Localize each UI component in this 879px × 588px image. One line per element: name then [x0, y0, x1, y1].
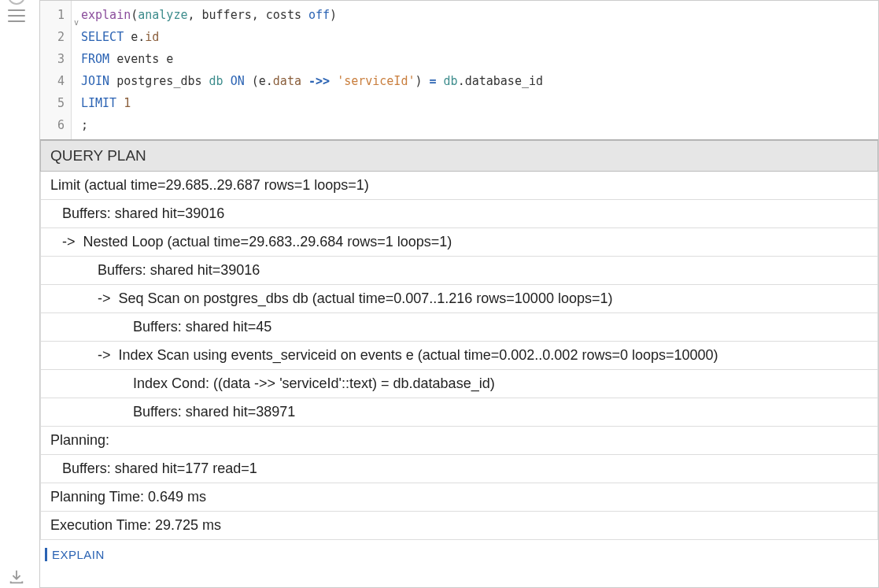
plan-cell: Buffers: shared hit=39016	[41, 200, 878, 228]
query-plan-table: QUERY PLAN Limit (actual time=29.685..29…	[40, 140, 878, 540]
line-number: 5	[40, 92, 65, 114]
left-gutter	[0, 0, 39, 588]
plan-cell: Buffers: shared hit=177 read=1	[41, 455, 878, 483]
column-header[interactable]: QUERY PLAN	[41, 141, 878, 172]
plan-cell: -> Seq Scan on postgres_dbs db (actual t…	[41, 285, 878, 313]
table-row[interactable]: Buffers: shared hit=45	[41, 313, 878, 342]
plan-cell: Buffers: shared hit=38971	[41, 398, 878, 427]
download-icon[interactable]	[8, 568, 25, 586]
code-line[interactable]: JOIN postgres_dbs db ON (e.data ->> 'ser…	[81, 70, 869, 92]
line-number: 6	[40, 114, 65, 136]
line-number: 1	[40, 4, 65, 26]
arc-decoration-icon	[8, 0, 25, 5]
table-row[interactable]: Planning Time: 0.649 ms	[41, 483, 878, 512]
code-line[interactable]: LIMIT 1	[81, 92, 869, 114]
table-row[interactable]: Limit (actual time=29.685..29.687 rows=1…	[41, 172, 878, 200]
plan-cell: -> Nested Loop (actual time=29.683..29.6…	[41, 228, 878, 257]
explain-link[interactable]: EXPLAIN	[45, 548, 105, 561]
table-row[interactable]: -> Index Scan using events_serviceid on …	[41, 342, 878, 370]
code-content[interactable]: explain(analyze, buffers, costs off)SELE…	[72, 1, 878, 139]
plan-cell: Index Cond: ((data ->> 'serviceId'::text…	[41, 370, 878, 398]
menu-icon[interactable]	[8, 9, 25, 22]
table-row[interactable]: Buffers: shared hit=39016	[41, 257, 878, 285]
fold-marker-icon[interactable]: v	[74, 12, 79, 34]
code-line[interactable]: ;	[81, 114, 869, 136]
code-line[interactable]: FROM events e	[81, 48, 869, 70]
plan-cell: Planning:	[41, 427, 878, 455]
line-number: 2	[40, 26, 65, 48]
code-line[interactable]: SELECT e.id	[81, 26, 869, 48]
plan-cell: Limit (actual time=29.685..29.687 rows=1…	[41, 172, 878, 200]
table-row[interactable]: Index Cond: ((data ->> 'serviceId'::text…	[41, 370, 878, 398]
plan-cell: Buffers: shared hit=39016	[41, 257, 878, 285]
line-number: 4	[40, 70, 65, 92]
table-row[interactable]: Execution Time: 29.725 ms	[41, 512, 878, 540]
table-row[interactable]: Planning:	[41, 427, 878, 455]
plan-cell: -> Index Scan using events_serviceid on …	[41, 342, 878, 370]
line-number: 3	[40, 48, 65, 70]
table-row[interactable]: -> Seq Scan on postgres_dbs db (actual t…	[41, 285, 878, 313]
results-panel: QUERY PLAN Limit (actual time=29.685..29…	[40, 139, 878, 587]
plan-cell: Execution Time: 29.725 ms	[41, 512, 878, 540]
plan-cell: Planning Time: 0.649 ms	[41, 483, 878, 512]
table-row[interactable]: Buffers: shared hit=177 read=1	[41, 455, 878, 483]
table-row[interactable]: Buffers: shared hit=38971	[41, 398, 878, 427]
code-line[interactable]: explain(analyze, buffers, costs off)	[81, 4, 869, 26]
sql-editor[interactable]: v 123456 explain(analyze, buffers, costs…	[40, 1, 878, 139]
plan-cell: Buffers: shared hit=45	[41, 313, 878, 342]
main-panel: v 123456 explain(analyze, buffers, costs…	[39, 0, 879, 588]
table-row[interactable]: Buffers: shared hit=39016	[41, 200, 878, 228]
app-container: v 123456 explain(analyze, buffers, costs…	[0, 0, 879, 588]
line-number-gutter: v 123456	[40, 1, 72, 139]
table-row[interactable]: -> Nested Loop (actual time=29.683..29.6…	[41, 228, 878, 257]
